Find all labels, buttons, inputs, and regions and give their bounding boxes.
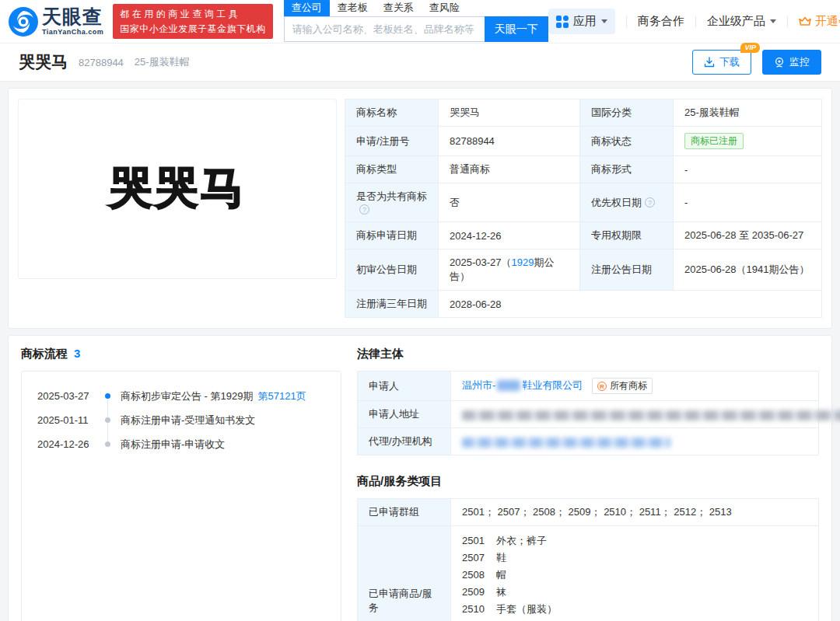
legal-value: 温州市-鞋业有限公司 R所有商标	[451, 372, 819, 401]
blurred-text	[497, 380, 520, 391]
table-row: 申请人 温州市-鞋业有限公司 R所有商标	[358, 372, 819, 401]
info-value: 否	[439, 183, 580, 222]
tianyancha-logo[interactable]: 天眼查 TianYanCha.com	[8, 6, 103, 37]
gazette-issue-link[interactable]: 1929	[512, 256, 534, 268]
info-label: 商标名称	[345, 99, 439, 127]
legal-label: 申请人地址	[358, 401, 451, 428]
timeline-text: 商标注册申请-申请收文	[121, 438, 225, 452]
all-trademarks-badge[interactable]: R所有商标	[592, 378, 653, 394]
info-label: 专用权期限	[580, 222, 674, 249]
trademark-detail-card: 商标流程3 2025-03-27 商标初步审定公告 - 第1929期 第5712…	[8, 335, 832, 621]
timeline-dot-icon	[105, 393, 110, 399]
download-label: 下载	[719, 55, 740, 69]
timeline-text: 商标注册申请-受理通知书发文	[121, 413, 255, 427]
applicant-company-link[interactable]: 温州市-鞋业有限公司	[462, 379, 583, 391]
logo-swirl-icon	[8, 6, 39, 37]
gazette-page-link[interactable]: 第57121页	[257, 389, 306, 403]
info-label: 商标申请日期	[345, 222, 439, 249]
timeline-date: 2025-01-11	[37, 414, 98, 426]
apps-menu[interactable]: 应用	[548, 9, 615, 34]
goods-table: 已申请群组 2501； 2507； 2508； 2509； 2510； 2511…	[357, 498, 819, 621]
legal-label: 申请人	[358, 372, 451, 401]
timeline-item: 2025-03-27 商标初步审定公告 - 第1929期 第57121页	[37, 384, 341, 408]
info-label: 商标形式	[580, 156, 674, 183]
logo-title: 天眼查	[42, 7, 103, 26]
tab-search-company[interactable]: 查公司	[284, 0, 330, 16]
legal-goods-section: 法律主体 申请人 温州市-鞋业有限公司 R所有商标 申请人地址 代理/办理机构	[357, 347, 819, 621]
slogan-line2: 国家中小企业发展子基金旗下机构	[120, 22, 266, 37]
trademark-image: 哭哭马	[18, 99, 337, 279]
table-row: 申请人地址	[358, 401, 819, 428]
table-row: 商标名称 哭哭马 国际分类 25-服装鞋帽	[345, 99, 822, 127]
info-value: -	[674, 183, 822, 222]
info-value: 2028-06-28	[439, 291, 822, 318]
tab-search-risk[interactable]: 查风险	[422, 0, 467, 16]
registered-icon: R	[597, 382, 607, 391]
monitor-button[interactable]: 监控	[762, 50, 821, 75]
enterprise-products-menu[interactable]: 企业级产品	[707, 14, 776, 29]
page-title: 哭哭马	[19, 51, 68, 73]
search-tabs: 查公司 查老板 查关系 查风险	[284, 1, 548, 16]
goods-value: 2501外衣；裤子 2507鞋 2508帽 2509袜 2510手套（服装） 2…	[451, 526, 819, 621]
brand-slogan-badge: 都在用的商业查询工具 国家中小企业发展子基金旗下机构	[113, 4, 273, 39]
goods-item: 2501外衣；裤子	[462, 532, 807, 549]
table-row: 是否为共有商标? 否 优先权日期? -	[345, 183, 822, 222]
chevron-down-icon	[770, 19, 776, 23]
logo-subtitle: TianYanCha.com	[42, 29, 103, 36]
page-content: 哭哭马 商标名称 哭哭马 国际分类 25-服装鞋帽 申请/注册号 8278894…	[0, 82, 840, 621]
divider	[787, 16, 788, 27]
legal-label: 代理/办理机构	[358, 428, 451, 455]
crown-icon	[799, 16, 811, 26]
goods-value: 2501； 2507； 2508； 2509； 2510； 2511； 2512…	[451, 499, 819, 526]
timeline-item: 2024-12-26 商标注册申请-申请收文	[37, 432, 341, 456]
process-count: 3	[74, 347, 80, 360]
info-label: 初审公告日期	[345, 249, 439, 291]
legal-value	[451, 401, 819, 428]
status-badge: 商标已注册	[684, 133, 744, 149]
info-value: -	[674, 156, 822, 183]
goods-item: 2508帽	[462, 567, 807, 584]
legal-table: 申请人 温州市-鞋业有限公司 R所有商标 申请人地址 代理/办理机构	[357, 371, 819, 455]
info-value: 2025-06-28（1941期公告）	[674, 249, 822, 291]
info-value: 82788944	[439, 127, 580, 156]
table-row: 代理/办理机构	[358, 428, 819, 455]
timeline-date: 2025-03-27	[37, 390, 98, 402]
open-membership-label: 开通会员	[815, 14, 840, 29]
open-membership-menu[interactable]: 开通会员	[799, 14, 840, 29]
table-row: 初审公告日期 2025-03-27（1929期公告） 注册公告日期 2025-0…	[345, 249, 822, 291]
help-icon[interactable]: ?	[359, 204, 369, 215]
download-button[interactable]: 下载 VIP	[692, 50, 751, 75]
info-value: 2025-06-28 至 2035-06-27	[674, 222, 822, 249]
info-label: 申请/注册号	[345, 127, 439, 156]
download-icon	[704, 57, 715, 68]
table-row: 已申请群组 2501； 2507； 2508； 2509； 2510； 2511…	[358, 499, 819, 526]
business-cooperation-link[interactable]: 商务合作	[638, 14, 684, 29]
timeline-dot-icon	[105, 417, 110, 423]
table-row: 已申请商品/服务 2501外衣；裤子 2507鞋 2508帽 2509袜 251…	[358, 526, 819, 621]
timeline-dot-icon	[105, 441, 110, 447]
legal-title: 法律主体	[357, 347, 819, 361]
info-label: 商标类型	[345, 156, 439, 183]
info-label: 注册满三年日期	[345, 291, 439, 318]
info-value: 2025-03-27（1929期公告）	[439, 249, 580, 291]
tab-search-relation[interactable]: 查关系	[376, 0, 422, 16]
table-row: 商标类型 普通商标 商标形式 -	[345, 156, 822, 183]
trademark-image-text: 哭哭马	[109, 159, 247, 218]
process-timeline: 2025-03-27 商标初步审定公告 - 第1929期 第57121页 202…	[21, 371, 341, 621]
help-icon[interactable]: ?	[645, 197, 655, 208]
process-title: 商标流程3	[21, 347, 341, 361]
timeline-date: 2024-12-26	[37, 438, 98, 450]
top-nav: 天眼查 TianYanCha.com 都在用的商业查询工具 国家中小企业发展子基…	[0, 0, 840, 44]
goods-item: 2509袜	[462, 584, 807, 601]
search-input[interactable]	[284, 16, 485, 42]
search-button[interactable]: 天眼一下	[485, 16, 548, 42]
trademark-reg-no: 82788944	[79, 57, 124, 68]
timeline-text: 商标初步审定公告 - 第1929期	[121, 389, 253, 403]
divider	[695, 16, 696, 27]
table-row: 申请/注册号 82788944 商标状态 商标已注册	[345, 127, 822, 156]
process-section: 商标流程3 2025-03-27 商标初步审定公告 - 第1929期 第5712…	[21, 347, 341, 621]
table-row: 注册满三年日期 2028-06-28	[345, 291, 822, 318]
tab-search-boss[interactable]: 查老板	[330, 0, 376, 16]
monitor-label: 监控	[789, 55, 810, 69]
apps-label: 应用	[573, 14, 597, 29]
